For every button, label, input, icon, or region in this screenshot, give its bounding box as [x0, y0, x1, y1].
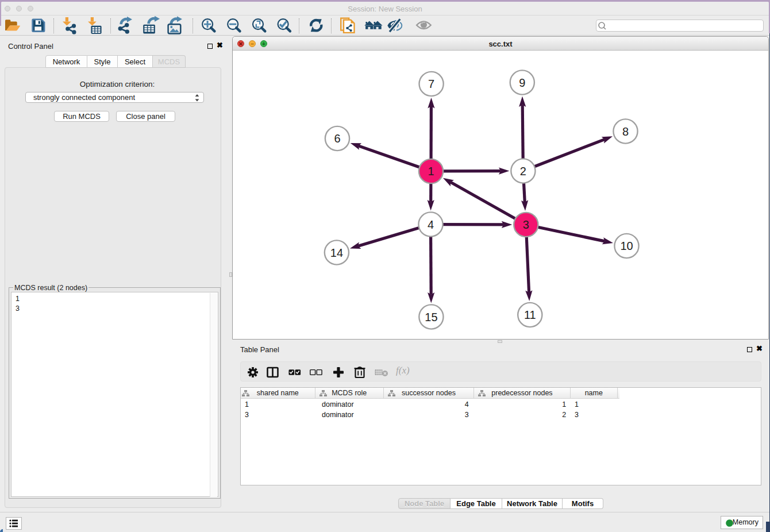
- svg-text:10: 10: [620, 240, 633, 252]
- svg-text:8: 8: [622, 125, 629, 138]
- svg-text:14: 14: [330, 246, 343, 259]
- svg-text:2: 2: [520, 165, 526, 178]
- svg-text:6: 6: [334, 132, 340, 145]
- svg-text:9: 9: [519, 76, 525, 89]
- svg-text:11: 11: [524, 309, 536, 321]
- svg-text:1: 1: [428, 165, 434, 178]
- svg-text:3: 3: [523, 218, 529, 231]
- svg-text:4: 4: [428, 218, 434, 231]
- svg-text:7: 7: [428, 78, 434, 90]
- svg-text:15: 15: [425, 311, 437, 323]
